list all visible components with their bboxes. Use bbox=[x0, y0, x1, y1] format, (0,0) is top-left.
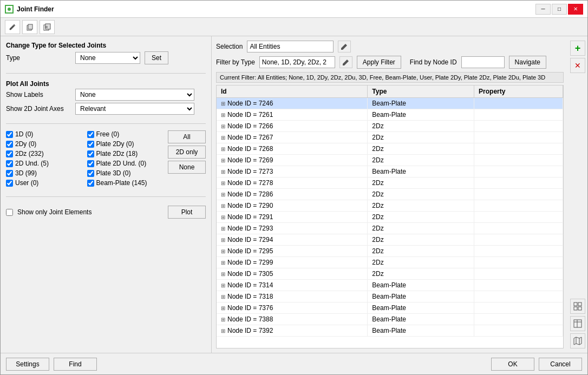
show-labels-select[interactable]: None bbox=[75, 89, 194, 101]
cell-id: ⊞Node ID = 7268 bbox=[217, 143, 368, 155]
table-row[interactable]: ⊞Node ID = 7246 Beam-Plate bbox=[217, 98, 563, 109]
table-row[interactable]: ⊞Node ID = 7261 Beam-Plate bbox=[217, 109, 563, 121]
checkbox-free-input[interactable] bbox=[87, 131, 94, 138]
table-row[interactable]: ⊞Node ID = 7376 Beam-Plate bbox=[217, 302, 563, 314]
svg-rect-12 bbox=[574, 320, 582, 327]
type-select[interactable]: None bbox=[75, 52, 140, 64]
filter-type-input[interactable] bbox=[259, 56, 335, 68]
cancel-button[interactable]: Cancel bbox=[539, 358, 582, 371]
checkbox-2dund-input[interactable] bbox=[6, 160, 13, 167]
grid-icon bbox=[573, 302, 582, 311]
change-type-label: Change Type for Selected Joints bbox=[6, 42, 206, 49]
checkbox-3d-input[interactable] bbox=[6, 170, 13, 177]
remove-button[interactable]: ✕ bbox=[570, 58, 585, 73]
toolbar-btn-copy2[interactable] bbox=[40, 20, 55, 34]
main-content: Change Type for Selected Joints Type Non… bbox=[1, 36, 587, 353]
minimize-button[interactable]: ─ bbox=[535, 4, 551, 15]
cell-id: ⊞Node ID = 7376 bbox=[217, 302, 368, 314]
table-row[interactable]: ⊞Node ID = 7269 2Dz bbox=[217, 155, 563, 166]
table-icon bbox=[573, 319, 582, 328]
none-button[interactable]: None bbox=[168, 161, 206, 174]
table-row[interactable]: ⊞Node ID = 7278 2Dz bbox=[217, 177, 563, 189]
footer-right: OK Cancel bbox=[491, 358, 582, 371]
table-row[interactable]: ⊞Node ID = 7268 2Dz bbox=[217, 143, 563, 155]
table-row[interactable]: ⊞Node ID = 7267 2Dz bbox=[217, 132, 563, 143]
cell-property bbox=[474, 177, 563, 189]
cell-property bbox=[474, 200, 563, 212]
map-icon-button[interactable] bbox=[570, 333, 585, 348]
right-side-buttons: + ✕ bbox=[568, 36, 587, 353]
table-row[interactable]: ⊞Node ID = 7299 2Dz bbox=[217, 257, 563, 268]
svg-rect-11 bbox=[578, 307, 582, 310]
table-icon-button[interactable] bbox=[570, 316, 585, 331]
joint-finder-window: Joint Finder ─ □ ✕ bbox=[0, 0, 588, 375]
table-row[interactable]: ⊞Node ID = 7318 Beam-Plate bbox=[217, 291, 563, 302]
checkbox-1d-input[interactable] bbox=[6, 131, 13, 138]
table-row[interactable]: ⊞Node ID = 7295 2Dz bbox=[217, 246, 563, 257]
find-button[interactable]: Find bbox=[54, 358, 97, 371]
cell-property bbox=[474, 155, 563, 166]
set-button[interactable]: Set bbox=[145, 51, 168, 64]
divider-1 bbox=[6, 73, 206, 74]
find-by-node-input[interactable] bbox=[461, 56, 505, 68]
cell-type: 2Dz bbox=[368, 143, 474, 155]
selection-pencil-button[interactable] bbox=[338, 41, 351, 52]
cell-type: 2Dz bbox=[368, 177, 474, 189]
checkbox-beamplate-input[interactable] bbox=[87, 180, 94, 187]
checkbox-plate2dund-input[interactable] bbox=[87, 160, 94, 167]
settings-button[interactable]: Settings bbox=[6, 358, 49, 371]
ok-button[interactable]: OK bbox=[491, 358, 534, 371]
table-row[interactable]: ⊞Node ID = 7293 2Dz bbox=[217, 223, 563, 234]
table-row[interactable]: ⊞Node ID = 7392 Beam-Plate bbox=[217, 325, 563, 337]
selection-label: Selection bbox=[216, 43, 243, 50]
cell-property bbox=[474, 280, 563, 291]
cell-id: ⊞Node ID = 7291 bbox=[217, 212, 368, 223]
toolbar-btn-copy1[interactable] bbox=[22, 20, 37, 34]
table-row[interactable]: ⊞Node ID = 7294 2Dz bbox=[217, 234, 563, 246]
close-button[interactable]: ✕ bbox=[568, 4, 583, 15]
show-2d-axes-row: Show 2D Joint Axes Relevant bbox=[6, 103, 206, 115]
show-only-checkbox[interactable] bbox=[6, 209, 13, 216]
cell-property bbox=[474, 314, 563, 325]
all-button[interactable]: All bbox=[168, 130, 206, 143]
maximize-button[interactable]: □ bbox=[552, 4, 567, 15]
grid-icon-button[interactable] bbox=[570, 299, 585, 314]
filter-type-pencil-button[interactable] bbox=[339, 56, 352, 68]
table-row[interactable]: ⊞Node ID = 7388 Beam-Plate bbox=[217, 314, 563, 325]
add-button[interactable]: + bbox=[570, 41, 585, 56]
plot-button[interactable]: Plot bbox=[168, 206, 206, 219]
checkbox-user-label: User (0) bbox=[15, 179, 38, 187]
selection-input[interactable] bbox=[247, 41, 334, 52]
table-row[interactable]: ⊞Node ID = 7273 Beam-Plate bbox=[217, 166, 563, 177]
checkbox-2dz-input[interactable] bbox=[6, 150, 13, 157]
navigate-button[interactable]: Navigate bbox=[509, 56, 546, 69]
apply-filter-button[interactable]: Apply Filter bbox=[357, 56, 401, 69]
table-row[interactable]: ⊞Node ID = 7286 2Dz bbox=[217, 189, 563, 200]
table-row[interactable]: ⊞Node ID = 7314 Beam-Plate bbox=[217, 280, 563, 291]
svg-rect-9 bbox=[578, 302, 582, 306]
type-label: Type bbox=[6, 54, 71, 62]
cell-id: ⊞Node ID = 7273 bbox=[217, 166, 368, 177]
col-type: Type bbox=[368, 85, 474, 98]
cell-property bbox=[474, 212, 563, 223]
table-row[interactable]: ⊞Node ID = 7266 2Dz bbox=[217, 121, 563, 132]
svg-point-1 bbox=[8, 8, 11, 11]
cell-property bbox=[474, 325, 563, 337]
cell-type: 2Dz bbox=[368, 121, 474, 132]
table-row[interactable]: ⊞Node ID = 7291 2Dz bbox=[217, 212, 563, 223]
toolbar-btn-pencil[interactable] bbox=[5, 20, 20, 34]
cell-type: Beam-Plate bbox=[368, 325, 474, 337]
change-type-section: Change Type for Selected Joints Type Non… bbox=[6, 42, 206, 67]
checkbox-2dy-input[interactable] bbox=[6, 141, 13, 148]
cell-property bbox=[474, 291, 563, 302]
checkbox-plate2dz-input[interactable] bbox=[87, 150, 94, 157]
checkbox-user-input[interactable] bbox=[6, 180, 13, 187]
pencil-icon bbox=[9, 23, 16, 31]
current-filter-text: Current Filter: All Entities; None, 1D, … bbox=[220, 74, 545, 81]
checkbox-plate2dy-input[interactable] bbox=[87, 141, 94, 148]
show-2d-axes-select[interactable]: Relevant bbox=[75, 103, 194, 115]
table-row[interactable]: ⊞Node ID = 7290 2Dz bbox=[217, 200, 563, 212]
2d-only-button[interactable]: 2D only bbox=[168, 146, 206, 159]
checkbox-plate3d-input[interactable] bbox=[87, 170, 94, 177]
table-row[interactable]: ⊞Node ID = 7305 2Dz bbox=[217, 268, 563, 280]
